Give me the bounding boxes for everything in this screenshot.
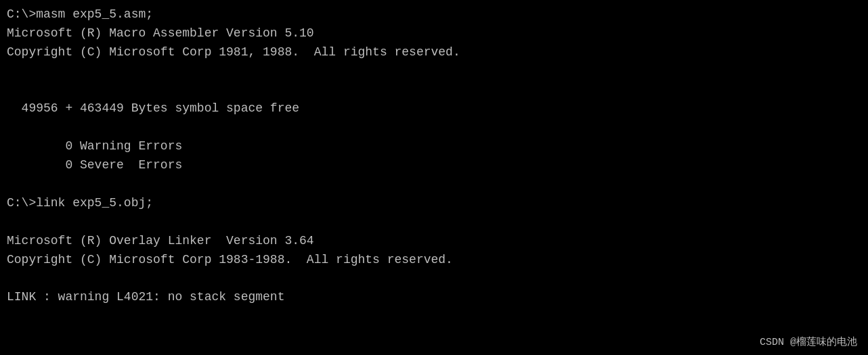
terminal-line: C:\>link exp5_5.obj; xyxy=(7,194,861,213)
terminal-line xyxy=(7,62,861,81)
terminal-line xyxy=(7,213,861,232)
terminal-line: Copyright (C) Microsoft Corp 1983-1988. … xyxy=(7,251,861,270)
terminal-line xyxy=(7,81,861,100)
watermark: CSDN @榴莲味的电池 xyxy=(760,335,857,348)
terminal-line xyxy=(7,175,861,194)
terminal-window: C:\>masm exp5_5.asm;Microsoft (R) Macro … xyxy=(0,0,868,355)
terminal-line: 0 Warning Errors xyxy=(7,137,861,156)
terminal-line xyxy=(7,269,861,288)
terminal-line: LINK : warning L4021: no stack segment xyxy=(7,288,861,307)
terminal-line: Microsoft (R) Overlay Linker Version 3.6… xyxy=(7,232,861,251)
terminal-line: 49956 + 463449 Bytes symbol space free xyxy=(7,99,861,118)
terminal-line: C:\>masm exp5_5.asm; xyxy=(7,5,861,24)
terminal-line xyxy=(7,118,861,137)
terminal-line: 0 Severe Errors xyxy=(7,156,861,175)
terminal-line: Microsoft (R) Macro Assembler Version 5.… xyxy=(7,24,861,43)
terminal-line: Copyright (C) Microsoft Corp 1981, 1988.… xyxy=(7,43,861,62)
